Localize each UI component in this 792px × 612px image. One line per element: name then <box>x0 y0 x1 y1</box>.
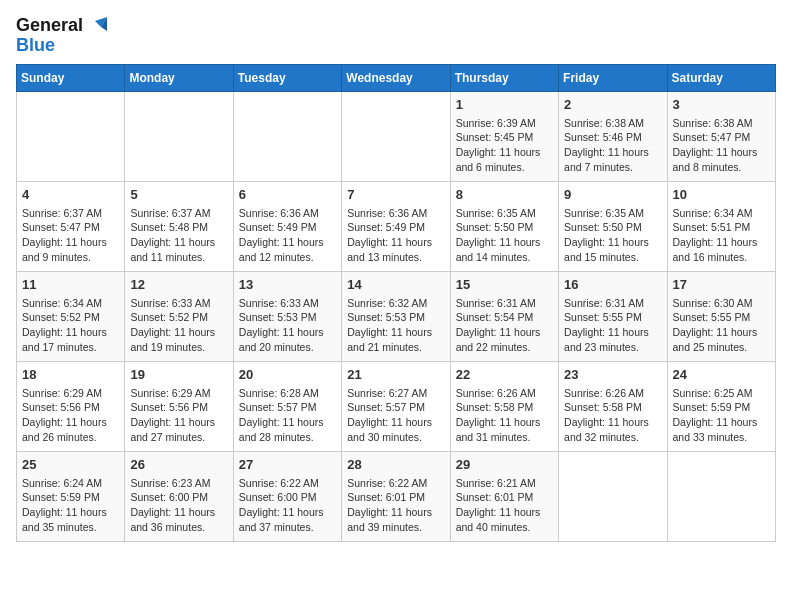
cell-w2-d4: 7 Sunrise: 6:36 AM Sunset: 5:49 PM Dayli… <box>342 181 450 271</box>
sunset-text: Sunset: 6:00 PM <box>130 491 208 503</box>
daylight-text: Daylight: 11 hours and 35 minutes. <box>22 506 107 533</box>
sunset-text: Sunset: 5:47 PM <box>673 131 751 143</box>
cell-w2-d5: 8 Sunrise: 6:35 AM Sunset: 5:50 PM Dayli… <box>450 181 558 271</box>
sunrise-text: Sunrise: 6:35 AM <box>456 207 536 219</box>
day-number: 23 <box>564 366 661 384</box>
sunset-text: Sunset: 6:01 PM <box>456 491 534 503</box>
calendar-table: SundayMondayTuesdayWednesdayThursdayFrid… <box>16 64 776 542</box>
week-row-4: 18 Sunrise: 6:29 AM Sunset: 5:56 PM Dayl… <box>17 361 776 451</box>
sunset-text: Sunset: 5:47 PM <box>22 221 100 233</box>
header: General Blue <box>16 16 776 56</box>
daylight-text: Daylight: 11 hours and 17 minutes. <box>22 326 107 353</box>
day-number: 5 <box>130 186 227 204</box>
sunrise-text: Sunrise: 6:31 AM <box>456 297 536 309</box>
sunrise-text: Sunrise: 6:24 AM <box>22 477 102 489</box>
cell-w4-d3: 20 Sunrise: 6:28 AM Sunset: 5:57 PM Dayl… <box>233 361 341 451</box>
week-row-3: 11 Sunrise: 6:34 AM Sunset: 5:52 PM Dayl… <box>17 271 776 361</box>
cell-w4-d4: 21 Sunrise: 6:27 AM Sunset: 5:57 PM Dayl… <box>342 361 450 451</box>
cell-w3-d4: 14 Sunrise: 6:32 AM Sunset: 5:53 PM Dayl… <box>342 271 450 361</box>
sunrise-text: Sunrise: 6:32 AM <box>347 297 427 309</box>
sunset-text: Sunset: 5:48 PM <box>130 221 208 233</box>
sunrise-text: Sunrise: 6:37 AM <box>130 207 210 219</box>
cell-w5-d3: 27 Sunrise: 6:22 AM Sunset: 6:00 PM Dayl… <box>233 451 341 541</box>
day-number: 15 <box>456 276 553 294</box>
sunrise-text: Sunrise: 6:21 AM <box>456 477 536 489</box>
day-number: 9 <box>564 186 661 204</box>
day-number: 28 <box>347 456 444 474</box>
week-row-5: 25 Sunrise: 6:24 AM Sunset: 5:59 PM Dayl… <box>17 451 776 541</box>
cell-w5-d6 <box>559 451 667 541</box>
daylight-text: Daylight: 11 hours and 13 minutes. <box>347 236 432 263</box>
sunrise-text: Sunrise: 6:29 AM <box>22 387 102 399</box>
sunset-text: Sunset: 5:57 PM <box>347 401 425 413</box>
sunrise-text: Sunrise: 6:33 AM <box>239 297 319 309</box>
sunset-text: Sunset: 5:53 PM <box>239 311 317 323</box>
sunrise-text: Sunrise: 6:39 AM <box>456 117 536 129</box>
cell-w1-d6: 2 Sunrise: 6:38 AM Sunset: 5:46 PM Dayli… <box>559 91 667 181</box>
day-number: 10 <box>673 186 770 204</box>
daylight-text: Daylight: 11 hours and 23 minutes. <box>564 326 649 353</box>
daylight-text: Daylight: 11 hours and 37 minutes. <box>239 506 324 533</box>
daylight-text: Daylight: 11 hours and 15 minutes. <box>564 236 649 263</box>
cell-w5-d2: 26 Sunrise: 6:23 AM Sunset: 6:00 PM Dayl… <box>125 451 233 541</box>
daylight-text: Daylight: 11 hours and 36 minutes. <box>130 506 215 533</box>
daylight-text: Daylight: 11 hours and 31 minutes. <box>456 416 541 443</box>
sunset-text: Sunset: 5:49 PM <box>239 221 317 233</box>
header-tuesday: Tuesday <box>233 64 341 91</box>
daylight-text: Daylight: 11 hours and 16 minutes. <box>673 236 758 263</box>
daylight-text: Daylight: 11 hours and 25 minutes. <box>673 326 758 353</box>
cell-w3-d6: 16 Sunrise: 6:31 AM Sunset: 5:55 PM Dayl… <box>559 271 667 361</box>
day-number: 25 <box>22 456 119 474</box>
daylight-text: Daylight: 11 hours and 12 minutes. <box>239 236 324 263</box>
sunrise-text: Sunrise: 6:25 AM <box>673 387 753 399</box>
cell-w1-d4 <box>342 91 450 181</box>
day-number: 3 <box>673 96 770 114</box>
sunset-text: Sunset: 5:49 PM <box>347 221 425 233</box>
day-number: 8 <box>456 186 553 204</box>
cell-w3-d3: 13 Sunrise: 6:33 AM Sunset: 5:53 PM Dayl… <box>233 271 341 361</box>
day-number: 11 <box>22 276 119 294</box>
day-number: 27 <box>239 456 336 474</box>
header-thursday: Thursday <box>450 64 558 91</box>
day-number: 21 <box>347 366 444 384</box>
sunset-text: Sunset: 5:59 PM <box>673 401 751 413</box>
cell-w3-d1: 11 Sunrise: 6:34 AM Sunset: 5:52 PM Dayl… <box>17 271 125 361</box>
logo-line1: General <box>16 16 83 36</box>
daylight-text: Daylight: 11 hours and 14 minutes. <box>456 236 541 263</box>
week-row-2: 4 Sunrise: 6:37 AM Sunset: 5:47 PM Dayli… <box>17 181 776 271</box>
sunrise-text: Sunrise: 6:22 AM <box>239 477 319 489</box>
cell-w5-d7 <box>667 451 775 541</box>
sunset-text: Sunset: 5:58 PM <box>456 401 534 413</box>
cell-w2-d6: 9 Sunrise: 6:35 AM Sunset: 5:50 PM Dayli… <box>559 181 667 271</box>
sunset-text: Sunset: 5:52 PM <box>22 311 100 323</box>
sunrise-text: Sunrise: 6:29 AM <box>130 387 210 399</box>
cell-w3-d5: 15 Sunrise: 6:31 AM Sunset: 5:54 PM Dayl… <box>450 271 558 361</box>
cell-w1-d3 <box>233 91 341 181</box>
day-number: 1 <box>456 96 553 114</box>
cell-w1-d7: 3 Sunrise: 6:38 AM Sunset: 5:47 PM Dayli… <box>667 91 775 181</box>
day-number: 14 <box>347 276 444 294</box>
day-number: 24 <box>673 366 770 384</box>
sunset-text: Sunset: 5:50 PM <box>456 221 534 233</box>
sunset-text: Sunset: 5:53 PM <box>347 311 425 323</box>
logo-bird-icon <box>85 17 107 35</box>
sunrise-text: Sunrise: 6:38 AM <box>564 117 644 129</box>
daylight-text: Daylight: 11 hours and 30 minutes. <box>347 416 432 443</box>
daylight-text: Daylight: 11 hours and 33 minutes. <box>673 416 758 443</box>
day-number: 19 <box>130 366 227 384</box>
sunrise-text: Sunrise: 6:31 AM <box>564 297 644 309</box>
sunrise-text: Sunrise: 6:22 AM <box>347 477 427 489</box>
day-number: 20 <box>239 366 336 384</box>
cell-w5-d5: 29 Sunrise: 6:21 AM Sunset: 6:01 PM Dayl… <box>450 451 558 541</box>
day-number: 7 <box>347 186 444 204</box>
sunset-text: Sunset: 5:46 PM <box>564 131 642 143</box>
cell-w5-d4: 28 Sunrise: 6:22 AM Sunset: 6:01 PM Dayl… <box>342 451 450 541</box>
sunrise-text: Sunrise: 6:26 AM <box>564 387 644 399</box>
sunrise-text: Sunrise: 6:27 AM <box>347 387 427 399</box>
header-row: SundayMondayTuesdayWednesdayThursdayFrid… <box>17 64 776 91</box>
cell-w4-d6: 23 Sunrise: 6:26 AM Sunset: 5:58 PM Dayl… <box>559 361 667 451</box>
day-number: 26 <box>130 456 227 474</box>
sunrise-text: Sunrise: 6:28 AM <box>239 387 319 399</box>
sunrise-text: Sunrise: 6:36 AM <box>239 207 319 219</box>
cell-w5-d1: 25 Sunrise: 6:24 AM Sunset: 5:59 PM Dayl… <box>17 451 125 541</box>
